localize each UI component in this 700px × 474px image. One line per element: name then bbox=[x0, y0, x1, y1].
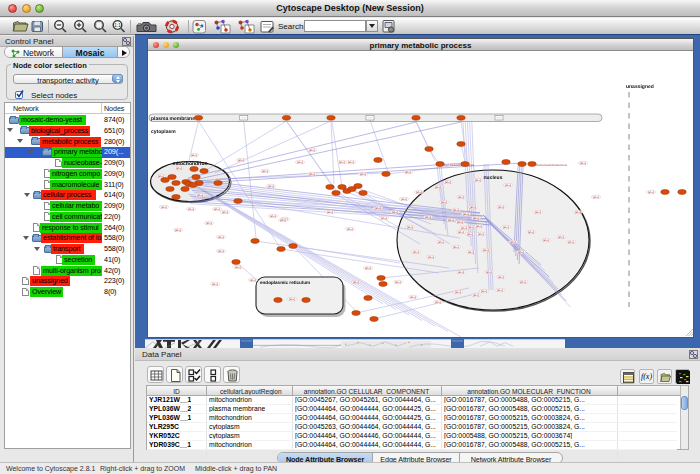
svg-text:OmbsOmadedOmbsOmad: OmbsOmadedOmbsOmad bbox=[536, 164, 567, 167]
svg-text:mitochondrion: mitochondrion bbox=[173, 161, 208, 167]
svg-text:krp4 OmbsOmaded krad3: krp4 OmbsOmaded krad3 bbox=[444, 164, 474, 167]
svg-text:unassigned: unassigned bbox=[626, 84, 654, 90]
svg-text:cytoplasm: cytoplasm bbox=[151, 129, 176, 135]
svg-text:nucleus: nucleus bbox=[484, 175, 503, 181]
svg-text:1:1: 1:1 bbox=[114, 23, 121, 28]
svg-text:endoplasmic reticulum: endoplasmic reticulum bbox=[260, 280, 310, 285]
svg-text:plasma membrane: plasma membrane bbox=[151, 116, 195, 122]
